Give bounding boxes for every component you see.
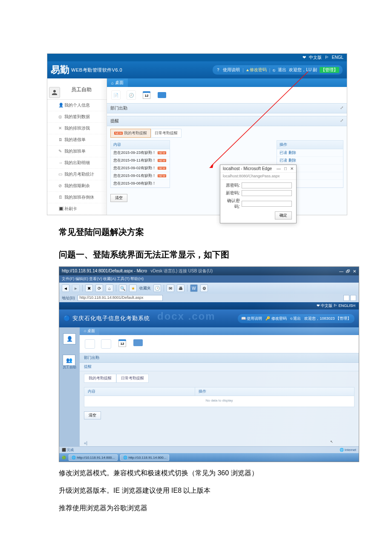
menu-bar[interactable]: 文件(F) 编辑(E) 查看(V) 收藏(A) 工具(T) 帮助(H) [59,275,359,283]
sidebar-item[interactable]: ◎我的签到数据 [47,111,107,123]
dialog-url: localhost:8080/ChangePass.aspx [220,173,296,180]
calendar-icon[interactable]: 12 [117,339,127,349]
lang-cn[interactable]: 中文版 [321,304,332,308]
forward-icon[interactable]: ► [72,284,80,292]
nav-change-password[interactable]: 🔑 修改密码 [265,316,287,321]
address-bar: 地址(D) http://10.118.91.14:8001/Default.a… [59,294,359,302]
role-badge: 【管理】 [320,67,339,73]
flag-icon: ❤ [303,55,306,60]
col-header-action: 操作 [195,387,354,396]
back-icon[interactable]: ◄ [62,284,69,292]
confirm-password-input[interactable] [242,201,292,207]
new-password-input[interactable] [242,190,292,196]
window-titlebar: http://10.118.91.14:8001/Default.aspx - … [59,267,359,275]
note-icon[interactable]: 📄 [111,90,121,100]
menu-icon: ✕ [58,126,62,130]
dialog-title: localhost - Microsoft Edge [223,166,272,171]
nav-logout[interactable]: ⎋ 退出 [290,316,301,321]
minimize-icon[interactable]: — [277,166,281,171]
monitor-icon[interactable] [157,90,167,100]
sidebar-item[interactable]: →我的出勤明细 [47,157,107,169]
browser-toolbar: ◄ ► ✖ ⟳ ⌂ 🔍 ★ 收藏夹 🕑 ✉ 🖶 W ⚙ [59,283,359,294]
sidebar-item[interactable]: ✎我的加班单 [47,146,107,157]
start-icon[interactable]: 🟢 [62,456,66,460]
tab-my-reminder[interactable]: NEW我的考勤提醒 [110,129,151,138]
lang-cn[interactable]: 中文版 [309,55,322,60]
sidebar-item[interactable]: ✕我的排班涉我 [47,123,107,134]
clear-button[interactable]: 清空 [110,194,127,202]
print-icon[interactable]: 🖶 [177,284,184,292]
ok-button[interactable]: 确定 [275,211,292,220]
edit-icon[interactable]: W [190,284,198,292]
home-icon: ⌂ [111,81,114,85]
table-row[interactable]: 已读 删除 [277,157,343,165]
home-icon[interactable]: ⌂ [106,284,113,292]
collapse-icon[interactable]: ⤢ [340,118,343,124]
status-bar: ⬛ 完成 🌐 Internet [59,446,359,453]
tab-bar: ⌂桌面 [107,78,347,87]
new-badge: NEW [158,159,166,162]
nav-help[interactable]: 使用说明 [223,67,240,73]
menu-icon: ⊘ [58,183,62,188]
tab-my-reminder[interactable]: 我的考勤提醒 [84,374,116,383]
flag-icon: 🏳 [325,55,329,60]
welcome-text: 欢迎您，LU 副 [289,67,317,73]
nav-help[interactable]: 📖 使用说明 [241,316,262,321]
sidebar-item[interactable]: ⊘我的假期剩余 [47,180,107,192]
collapse-icon[interactable]: ⤢ [340,105,343,111]
table-row: 您在2015-09-02有缺勤！NEW [111,165,170,172]
task-item[interactable]: 🌐 http://10.118.91.14:800... [69,454,118,461]
menu-icon: 🔳 [58,206,63,211]
dialog-titlebar: localhost - Microsoft Edge — □ ✕ [220,165,296,173]
brand-bar: 易勤 WEB考勤管理软件V6.0 ？ 使用说明 | 修改密码 | ⎋ 退出 欢迎… [47,61,347,78]
stop-icon[interactable]: ✖ [85,284,93,292]
monitor-icon[interactable] [133,339,144,349]
top-nav: ？ 使用说明 | 修改密码 | ⎋ 退出 欢迎您，LU 副 【管理】 [213,65,343,75]
table-row: 您在2015-09-23有缺勤！NEW [111,149,170,157]
nav-logout[interactable]: 退出 [278,67,286,73]
close-icon[interactable]: ✕ [290,166,294,171]
old-password-input[interactable] [242,182,292,188]
clear-button[interactable]: 清空 [84,411,101,419]
address-input[interactable]: http://10.118.91.14:8001/Default.aspx [78,295,163,301]
note-icon[interactable] [85,339,95,349]
tool-icon[interactable]: ⚙ [200,284,208,292]
sidebar-item[interactable]: 👤我的个人信息 [47,100,107,111]
tab-daily-reminder[interactable]: 日常考勤提醒 [151,129,182,138]
tab-daily-reminder[interactable]: 日常考勤提醒 [116,374,149,383]
calendar-icon[interactable]: 12 [142,90,151,100]
history-icon[interactable]: 🕑 [153,284,161,292]
lang-en[interactable]: ENGL [332,55,343,60]
task-item[interactable]: 🌐 http://10.118.91.14:800... [120,454,169,461]
doc-bullet-3: 推荐使用浏览器为谷歌浏览器 [59,502,392,515]
maximize-icon[interactable]: □ [284,166,287,171]
home-tab[interactable]: ⌂ 桌面 [80,327,99,335]
home-tab[interactable]: ⌂桌面 [107,78,128,87]
mail-icon[interactable]: ✉ [167,284,174,292]
restore-icon[interactable]: 🗗 [346,269,350,274]
table-row[interactable]: 已读 删除 [277,149,343,157]
warning-icon [246,69,249,71]
close-icon[interactable]: ✕ [353,269,356,274]
refresh-icon[interactable]: ⟳ [95,284,103,292]
sidebar-item[interactable]: 🗎我的请假单 [47,134,107,146]
sidebar-item[interactable]: 🔳补刷卡 [47,203,107,215]
sidebar-item[interactable]: ▭我的月考勤统计 [47,169,107,180]
clock-icon[interactable]: 🕘 [127,90,136,100]
menu-icon: → [58,160,63,165]
nav-change-password[interactable]: 修改密码 [246,67,267,73]
toolbar-icons: 📄 🕘 12 [107,87,347,103]
search-icon[interactable]: 🔍 [119,284,127,292]
minimize-icon[interactable]: — [339,269,343,274]
clock-icon[interactable] [101,339,111,349]
go-buttons[interactable] [343,295,356,301]
staff-icon[interactable]: 👥 [63,355,75,366]
favorites-icon[interactable]: ★ [129,284,137,292]
lang-en[interactable]: ENGLISH [338,304,355,308]
sidebar-item[interactable]: 🗓我的加班存倒休 [47,192,107,203]
new-badge: NEW [158,174,166,177]
cursor-icon: ↖ [330,440,333,444]
panel-header-dept: 部门出勤 [80,353,359,363]
photo-top-nav: 📖 使用说明 🔑 修改密码 ⎋ 退出 欢迎您，1083023 【管理】 [238,314,355,323]
flag-icon: ❤ [317,304,320,308]
